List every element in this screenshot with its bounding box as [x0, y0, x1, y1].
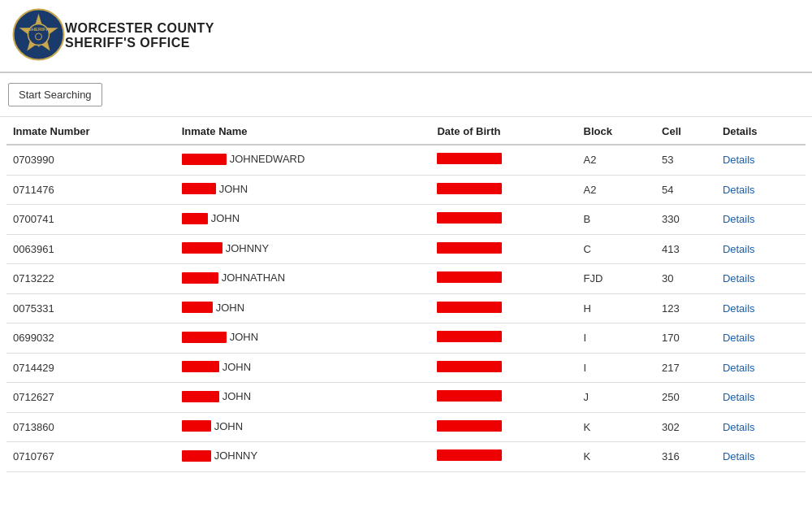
- redacted-firstname: [182, 154, 227, 165]
- redacted-firstname: [182, 242, 222, 254]
- cell-inmate-number: 0710767: [6, 442, 175, 472]
- details-link[interactable]: Details: [723, 213, 755, 225]
- table-row: 0699032JOHNI170Details: [6, 323, 806, 354]
- details-link[interactable]: Details: [723, 243, 755, 255]
- cell-details: Details: [716, 175, 806, 205]
- details-link[interactable]: Details: [723, 272, 755, 284]
- redacted-dob: [437, 449, 502, 461]
- cell-inmate-name: JOHN: [175, 205, 431, 235]
- details-link[interactable]: Details: [723, 154, 755, 166]
- cell-block: A2: [577, 175, 655, 205]
- cell-inmate-name: JOHN: [175, 383, 431, 413]
- redacted-dob: [437, 331, 502, 342]
- redacted-dob: [437, 183, 502, 194]
- col-header-number: Inmate Number: [6, 117, 175, 145]
- cell-block: I: [577, 323, 655, 354]
- cell-cell: 53: [655, 145, 716, 175]
- table-row: 0712627JOHNJ250Details: [6, 383, 806, 413]
- visible-lastname: JOHN: [222, 361, 251, 373]
- cell-details: Details: [716, 412, 806, 442]
- cell-dob: [430, 323, 577, 354]
- cell-details: Details: [716, 353, 806, 383]
- cell-inmate-name: JOHN: [175, 293, 431, 323]
- table-row: 0713222JOHNATHANFJD30Details: [6, 264, 806, 294]
- cell-block: J: [577, 383, 655, 413]
- details-link[interactable]: Details: [723, 421, 755, 433]
- table-row: 0714429JOHNI217Details: [6, 353, 806, 383]
- details-link[interactable]: Details: [723, 302, 755, 315]
- redacted-dob: [437, 153, 502, 164]
- svg-text:★: ★: [37, 44, 41, 48]
- visible-lastname: JOHN: [230, 331, 258, 343]
- details-link[interactable]: Details: [723, 332, 755, 344]
- cell-inmate-number: 0713222: [6, 264, 175, 294]
- inmate-table-container: Inmate Number Inmate Name Date of Birth …: [0, 117, 812, 472]
- table-row: 0700741JOHNB330Details: [6, 205, 806, 235]
- redacted-firstname: [182, 391, 219, 402]
- cell-inmate-number: 0714429: [6, 353, 175, 383]
- redacted-dob: [437, 390, 502, 402]
- visible-lastname: JOHNNY: [214, 449, 257, 462]
- details-link[interactable]: Details: [723, 184, 755, 196]
- cell-inmate-number: 0703990: [6, 145, 175, 175]
- cell-cell: 54: [655, 175, 716, 205]
- cell-dob: [430, 293, 577, 323]
- cell-inmate-number: 0713860: [6, 412, 175, 442]
- table-row: 0703990JOHNEDWARDA253Details: [6, 145, 806, 175]
- visible-lastname: JOHNNY: [226, 242, 269, 254]
- cell-inmate-number: 0075331: [6, 293, 175, 323]
- table-header: Inmate Number Inmate Name Date of Birth …: [6, 117, 806, 145]
- details-link[interactable]: Details: [723, 450, 755, 462]
- cell-inmate-number: 0700741: [6, 205, 175, 235]
- details-link[interactable]: Details: [723, 362, 755, 374]
- cell-details: Details: [716, 293, 806, 323]
- header-title: WORCESTER COUNTY SHERIFF'S OFFICE: [65, 21, 214, 50]
- visible-lastname: JOHNATHAN: [222, 271, 285, 284]
- col-header-block: Block: [577, 117, 655, 145]
- cell-block: H: [577, 293, 655, 323]
- cell-inmate-name: JOHNNY: [175, 234, 431, 264]
- start-searching-button[interactable]: Start Searching: [8, 83, 102, 106]
- cell-inmate-number: 0063961: [6, 234, 175, 264]
- redacted-dob: [437, 302, 502, 313]
- header-line1: WORCESTER COUNTY: [65, 21, 214, 36]
- cell-details: Details: [716, 145, 806, 175]
- inmate-table: Inmate Number Inmate Name Date of Birth …: [6, 117, 806, 472]
- cell-dob: [430, 175, 577, 205]
- cell-dob: [430, 264, 577, 294]
- cell-inmate-name: JOHN: [175, 175, 431, 205]
- cell-details: Details: [716, 323, 806, 354]
- cell-details: Details: [716, 442, 806, 472]
- cell-details: Details: [716, 234, 806, 264]
- cell-inmate-name: JOHNEDWARD: [175, 145, 431, 175]
- cell-cell: 330: [655, 205, 716, 235]
- col-header-details: Details: [716, 117, 806, 145]
- cell-details: Details: [716, 205, 806, 235]
- redacted-dob: [437, 361, 502, 372]
- redacted-firstname: [182, 361, 219, 372]
- cell-cell: 413: [655, 234, 716, 264]
- table-row: 0710767JOHNNYK316Details: [6, 442, 806, 472]
- cell-dob: [430, 353, 577, 383]
- cell-inmate-name: JOHNNY: [175, 442, 431, 472]
- visible-lastname: JOHN: [214, 420, 243, 432]
- cell-details: Details: [716, 383, 806, 413]
- cell-block: A2: [577, 145, 655, 175]
- cell-block: K: [577, 442, 655, 472]
- cell-dob: [430, 145, 577, 175]
- cell-block: C: [577, 234, 655, 264]
- cell-dob: [430, 442, 577, 472]
- cell-dob: [430, 205, 577, 235]
- redacted-firstname: [182, 183, 216, 194]
- redacted-dob: [437, 420, 502, 432]
- cell-dob: [430, 383, 577, 413]
- table-row: 0711476JOHNA254Details: [6, 175, 806, 205]
- details-link[interactable]: Details: [723, 391, 755, 403]
- cell-cell: 250: [655, 383, 716, 413]
- table-row: 0713860JOHNK302Details: [6, 412, 806, 442]
- app-header: SHERIFF ★ WORCESTER COUNTY SHERIFF'S OFF…: [0, 0, 812, 73]
- cell-inmate-name: JOHN: [175, 323, 431, 354]
- cell-block: K: [577, 412, 655, 442]
- visible-lastname: JOHNEDWARD: [230, 153, 305, 165]
- visible-lastname: JOHN: [216, 302, 244, 314]
